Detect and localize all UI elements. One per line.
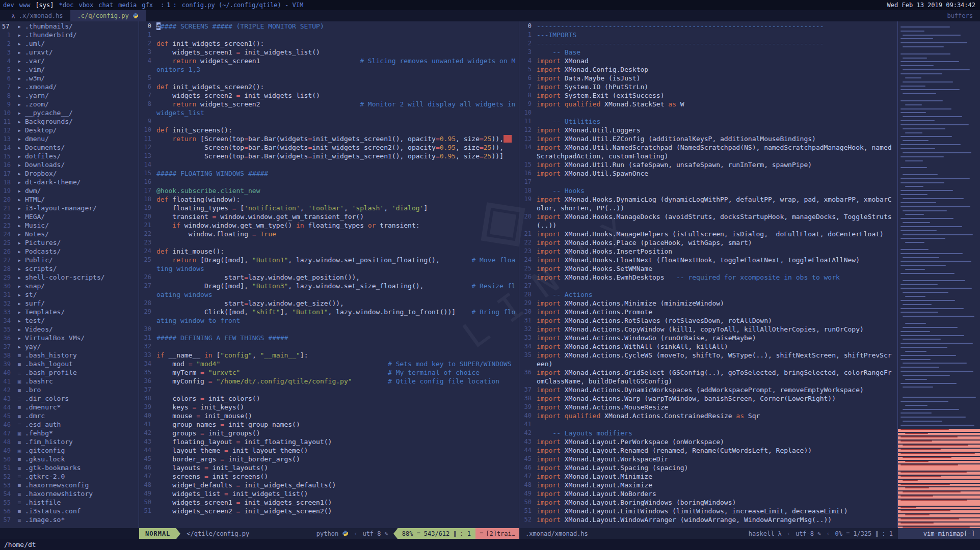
tree-item[interactable]: 57▸.thumbnails/ [0,22,139,31]
code-line: 8import System.Exit (exitSuccess) [519,91,897,100]
tree-item[interactable]: 1▸.thunderbird/ [0,31,139,39]
tree-item[interactable]: 17▸Dropbox/ [0,169,139,178]
tree-item[interactable]: 2▸.uml/ [0,39,139,48]
tree-item[interactable]: 18▸dt-dark-theme/ [0,178,139,186]
tree-item[interactable]: 50≡.gksu.lock [0,455,139,463]
tree-item[interactable]: 12▸Desktop/ [0,126,139,134]
workspace-chat[interactable]: chat [98,2,113,9]
code-line: 12 Screen(top=bar.Bar(widgets=init_widge… [139,143,519,152]
line-number: 28 [519,290,537,299]
tree-item[interactable]: 36▸VirtualBox VMs/ [0,334,139,342]
tree-item[interactable]: 53≡.haxornewsconfig [0,481,139,489]
encoding-label: utf-8 [362,530,381,537]
tree-item[interactable]: 37▸yay/ [0,342,139,351]
tree-item[interactable]: 46≡.esd_auth [0,420,139,429]
tree-item[interactable]: 31▸st/ [0,290,139,299]
tab-1[interactable]: λ.x/xmonad.hs [4,10,70,21]
folder-icon: ▸ [15,161,23,170]
tree-item[interactable]: 6▸.w3m/ [0,74,139,82]
tree-item[interactable]: 15▸dotfiles/ [0,152,139,160]
tree-item[interactable]: 49▣.gitconfig [0,446,139,455]
tree-item[interactable]: 25▸Pictures/ [0,238,139,247]
pencil-icon: ✎ [385,530,388,537]
tree-item[interactable]: 45≡.dmrc [0,411,139,420]
minimap-row [898,49,980,52]
minimap-row [898,397,980,400]
tree-item[interactable]: 48≡.fim_history [0,437,139,446]
tree-item[interactable]: 54≡.haxornewshistory [0,489,139,498]
code-line: 39import XMonad.Actions.MouseResize [519,403,897,411]
tree-item[interactable]: 35▸Videos/ [0,325,139,334]
code-text: screens = init_screens() [156,472,516,481]
tree-item[interactable]: 13▸dmenu/ [0,134,139,143]
tree-item[interactable]: 4▸.var/ [0,57,139,65]
tree-item[interactable]: 33▸Templates/ [0,308,139,316]
window-title: config.py (~/.config/qtile) - VIM [182,2,303,9]
code-line: 18def floating(window): [139,195,519,204]
tree-item[interactable]: 10▸__pycache__/ [0,108,139,117]
workspace-media[interactable]: media [118,2,137,9]
tree-item[interactable]: 20▸HTML/ [0,195,139,204]
line-number: 29 [139,308,156,325]
minimap-row [898,152,980,155]
tree-item[interactable]: 47▣.fehbg* [0,429,139,437]
tree-item[interactable]: 24▸Notes/ [0,230,139,238]
tree-item[interactable]: 29▸shell-color-scripts/ [0,273,139,282]
tree-item-name: Downloads/ [25,160,65,169]
tree-item[interactable]: 44≡.dmenurc* [0,403,139,411]
tree-item[interactable]: 39≡.bash_logout [0,360,139,368]
tab-2[interactable]: .c/q/config.py [70,10,146,21]
tree-item[interactable]: 27▸Public/ [0,256,139,264]
line-number: 12 [519,126,537,134]
workspace-dev[interactable]: dev [3,2,14,9]
tree-item[interactable]: 16▸Downloads/ [0,160,139,169]
workspace-gfx[interactable]: gfx [142,2,153,9]
tree-item[interactable]: 9▸.zoom/ [0,100,139,108]
tree-item[interactable]: 5▸.vim/ [0,65,139,74]
code-line: 34import XMonad.Actions.WithAll (sinkAll… [519,342,897,351]
minimap-row [898,449,980,452]
tree-item[interactable]: 38≡.bash_history [0,351,139,360]
minimap-row [898,503,980,506]
tree-item[interactable]: 3▸.urxvt/ [0,48,139,57]
tree-item[interactable]: 7▸.xmonad/ [0,82,139,91]
editor-pane-xmonad-hs[interactable]: 0---------------------------------------… [519,21,897,528]
tree-item[interactable]: 43≡.dir_colors [0,394,139,403]
tabline: λ.x/xmonad.hs.c/q/config.py buffers [0,10,980,21]
workspace-sys[interactable]: [sys] [35,2,54,9]
line-number: 14 [519,143,537,160]
tree-line-number: 26 [0,248,15,256]
folder-icon: ▸ [15,92,23,100]
code-line: 38 colors = init_colors() [139,394,519,403]
tree-item[interactable]: 22▸MEGA/ [0,212,139,221]
workspace-vbox[interactable]: vbox [78,2,93,9]
workspace-www[interactable]: www [19,2,31,9]
tree-item[interactable]: 8▸.yarn/ [0,91,139,100]
tree-item[interactable]: 56≡.i3status.conf [0,507,139,515]
tree-item[interactable]: 23▸Music/ [0,221,139,230]
code-text: import XMonad.Actions.CycleWS (moveTo, s… [537,351,893,368]
tree-item[interactable]: 28▸scripts/ [0,264,139,273]
tree-item[interactable]: 51≡.gtk-bookmarks [0,463,139,472]
tree-item[interactable]: 42≡.bro [0,386,139,394]
tree-item[interactable]: 11▸Backgrounds/ [0,117,139,126]
tree-item[interactable]: 52≡.gtkrc-2.0 [0,472,139,481]
minimap-pane[interactable]: ~~~~~ [898,21,980,528]
tree-item[interactable]: 14▸Documents/ [0,143,139,152]
tree-item[interactable]: 40≡.bash_profile [0,368,139,377]
editor-pane-config-py[interactable]: 0##### SCREENS ##### (TRIPLE MONITOR SET… [139,21,519,528]
tree-item[interactable]: 26▸Podcasts/ [0,247,139,256]
minimap-row [898,108,980,112]
tree-item[interactable]: 34▸test/ [0,316,139,325]
tree-item[interactable]: 21▸i3-layout-manager/ [0,204,139,212]
workspace-doc[interactable]: *doc [59,2,74,9]
position-segment: 88% ≡ 543/612 ∥ : 1 [398,528,475,539]
tree-item[interactable]: 30▸snap/ [0,282,139,290]
tree-item[interactable]: 32▸surf/ [0,299,139,308]
tree-item[interactable]: 41▣.bashrc [0,377,139,386]
tree-item[interactable]: 55≡.histfile [0,498,139,507]
tree-item[interactable]: 19▸dwm/ [0,186,139,195]
file-tree-pane[interactable]: 57▸.thumbnails/1▸.thunderbird/2▸.uml/3▸.… [0,21,139,528]
tree-item[interactable]: 57≡.image.so* [0,515,139,524]
column-position-right: : 1 [882,530,893,537]
